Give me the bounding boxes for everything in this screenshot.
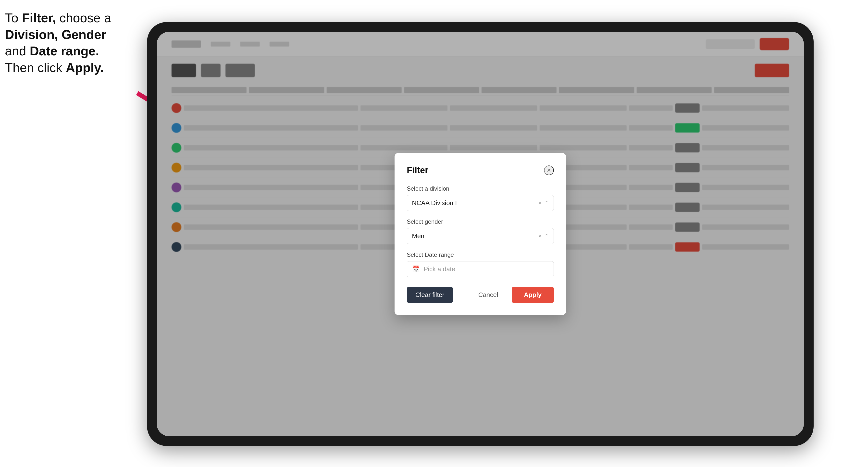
division-select-controls: × ⌃	[538, 200, 549, 206]
date-range-placeholder: Pick a date	[424, 266, 455, 273]
date-range-label: Select Date range	[407, 251, 554, 258]
division-select[interactable]: NCAA Division I × ⌃	[407, 195, 554, 211]
calendar-icon: 📅	[412, 266, 420, 273]
clear-filter-button[interactable]: Clear filter	[407, 287, 453, 303]
gender-select-value: Men	[412, 232, 425, 240]
instruction-bold-date: Date range.	[30, 44, 99, 58]
division-select-value: NCAA Division I	[412, 199, 457, 207]
modal-close-button[interactable]: ×	[544, 165, 554, 175]
gender-select[interactable]: Men × ⌃	[407, 228, 554, 244]
division-clear-icon: ×	[538, 200, 541, 206]
apply-button[interactable]: Apply	[512, 287, 554, 303]
division-chevron-icon: ⌃	[544, 200, 549, 206]
filter-modal: Filter × Select a division NCAA Division…	[395, 153, 566, 315]
gender-select-controls: × ⌃	[538, 233, 549, 239]
instruction-bold-filter: Filter,	[22, 11, 56, 25]
division-label: Select a division	[407, 185, 554, 192]
modal-footer: Clear filter Cancel Apply	[407, 287, 554, 303]
modal-title: Filter	[407, 165, 428, 176]
division-form-group: Select a division NCAA Division I × ⌃	[407, 185, 554, 211]
gender-label: Select gender	[407, 218, 554, 225]
instruction-line1: To Filter, choose aDivision, Genderand D…	[5, 11, 111, 75]
instruction-bold-division-gender: Division, Gender	[5, 27, 106, 42]
gender-form-group: Select gender Men × ⌃	[407, 218, 554, 244]
tablet-frame: Filter × Select a division NCAA Division…	[147, 22, 814, 446]
modal-header: Filter ×	[407, 165, 554, 176]
cancel-button[interactable]: Cancel	[470, 287, 507, 303]
instruction-text: To Filter, choose aDivision, Genderand D…	[5, 10, 147, 76]
date-range-input[interactable]: 📅 Pick a date	[407, 261, 554, 277]
instruction-bold-apply: Apply.	[66, 61, 104, 75]
gender-chevron-icon: ⌃	[544, 233, 549, 239]
tablet-screen: Filter × Select a division NCAA Division…	[157, 32, 804, 436]
date-range-form-group: Select Date range 📅 Pick a date	[407, 251, 554, 277]
gender-clear-icon: ×	[538, 233, 541, 239]
modal-footer-right: Cancel Apply	[470, 287, 554, 303]
modal-overlay: Filter × Select a division NCAA Division…	[157, 32, 804, 436]
